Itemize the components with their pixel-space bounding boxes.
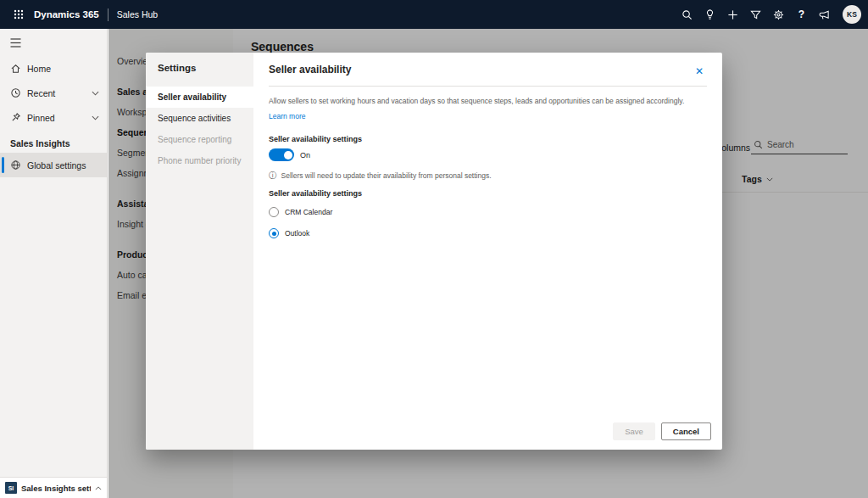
info-message: ⓘ Sellers will need to update their avai… xyxy=(269,171,707,180)
calendar-section-label: Seller availability settings xyxy=(269,189,707,198)
app-name[interactable]: Sales Hub xyxy=(117,9,158,20)
sidebar-item-global-settings[interactable]: Global settings xyxy=(0,153,107,177)
add-icon[interactable] xyxy=(721,3,744,26)
save-button[interactable]: Save xyxy=(613,422,655,440)
sidebar-group-label: Sales Insights xyxy=(0,130,107,153)
settings-nav-phone-number-priority: Phone number priority xyxy=(146,150,253,171)
pin-icon xyxy=(10,112,21,123)
settings-dialog: Settings Seller availability Sequence ac… xyxy=(146,53,722,450)
radio-option-outlook[interactable]: Outlook xyxy=(269,227,309,240)
lightbulb-icon[interactable] xyxy=(698,3,721,26)
sidebar: Home Recent Pinned Sales Insights Global… xyxy=(0,29,108,498)
filter-icon[interactable] xyxy=(744,3,767,26)
area-badge: SI xyxy=(5,482,17,494)
topbar-right: ? KS xyxy=(676,3,861,26)
info-text: Sellers will need to update their availa… xyxy=(281,171,492,180)
settings-dialog-title: Settings xyxy=(146,63,253,87)
chevron-down-icon[interactable] xyxy=(92,115,99,120)
help-icon[interactable]: ? xyxy=(790,3,813,26)
radio-icon[interactable] xyxy=(269,228,279,238)
chevron-down-icon[interactable] xyxy=(92,91,99,96)
gear-icon[interactable] xyxy=(767,3,790,26)
availability-toggle[interactable] xyxy=(269,148,294,161)
app-brand[interactable]: Dynamics 365 xyxy=(34,9,99,20)
clock-icon xyxy=(10,87,21,98)
search-icon[interactable] xyxy=(676,3,698,26)
cancel-button[interactable]: Cancel xyxy=(661,422,711,440)
topbar: Dynamics 365 Sales Hub xyxy=(0,0,868,29)
radio-option-crm-calendar[interactable]: CRM Calendar xyxy=(269,205,332,219)
area-switcher[interactable]: SI Sales Insights sett... xyxy=(0,477,107,498)
dialog-footer: Save Cancel xyxy=(613,422,711,440)
dialog-title: Seller availability xyxy=(269,64,351,76)
waffle-icon[interactable] xyxy=(7,3,31,26)
chevron-up-icon xyxy=(95,486,102,490)
dialog-header: Seller availability ✕ xyxy=(269,64,707,79)
sidebar-item-label: Recent xyxy=(27,88,55,98)
topbar-left: Dynamics 365 Sales Hub xyxy=(7,3,158,26)
radio-label: CRM Calendar xyxy=(285,208,332,216)
home-icon xyxy=(10,63,21,74)
radio-label: Outlook xyxy=(285,229,309,238)
sidebar-item-home[interactable]: Home xyxy=(0,56,107,81)
announcements-icon[interactable] xyxy=(813,3,836,26)
close-icon[interactable]: ✕ xyxy=(692,64,707,79)
settings-nav-seller-availability[interactable]: Seller availability xyxy=(146,87,253,108)
settings-nav-sequence-activities[interactable]: Sequence activities xyxy=(146,108,253,129)
globe-settings-icon xyxy=(10,159,21,171)
sidebar-item-label: Home xyxy=(27,64,51,74)
dialog-description: Allow sellers to set working hours and v… xyxy=(269,97,707,105)
toggle-section-label: Seller availability settings xyxy=(269,135,707,143)
settings-dialog-nav: Settings Seller availability Sequence ac… xyxy=(146,53,253,450)
dialog-header-divider xyxy=(269,86,707,87)
hamburger-icon[interactable] xyxy=(0,29,107,56)
availability-toggle-row: On xyxy=(269,148,707,161)
sidebar-item-recent[interactable]: Recent xyxy=(0,81,107,105)
info-icon: ⓘ xyxy=(269,171,277,180)
settings-nav-sequence-reporting: Sequence reporting xyxy=(146,129,253,150)
area-label: Sales Insights sett... xyxy=(21,484,91,493)
topbar-divider xyxy=(108,8,108,21)
sidebar-item-pinned[interactable]: Pinned xyxy=(0,105,107,130)
radio-icon[interactable] xyxy=(269,207,279,217)
sidebar-item-label: Global settings xyxy=(27,160,86,171)
toggle-state-label: On xyxy=(300,151,310,159)
sidebar-item-label: Pinned xyxy=(27,113,55,123)
learn-more-link[interactable]: Learn more xyxy=(269,112,305,120)
settings-dialog-content: Seller availability ✕ Allow sellers to s… xyxy=(253,53,722,450)
avatar[interactable]: KS xyxy=(843,5,861,24)
